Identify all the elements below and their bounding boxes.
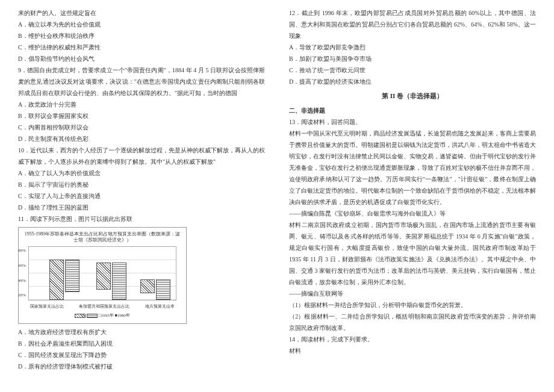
bar-1980-1 <box>65 260 79 292</box>
q13-m2b: ——摘编自互联网等 <box>289 288 536 299</box>
bar-1955-2 <box>96 263 111 290</box>
q12-c: C．推动了统一货币欧元问世 <box>289 64 536 76</box>
q-opt-a: A．确立以孝为先的社会价值观 <box>18 19 265 30</box>
q-opt-d: D．倡导勤俭节约的社会风气 <box>18 53 265 64</box>
q13-m2a: 材料二南京国民政府成立初期，国内货币市场极为混乱，在国内市场上流通的货币主要有银… <box>289 219 536 288</box>
q11-stem: 11．阅读下列示意图，图片可以据此出苏联 <box>18 213 265 225</box>
q-opt-c: C．维护法律的权威性和严肃性 <box>18 42 265 53</box>
bar-1980-3 <box>156 279 170 300</box>
q9-a: A．政党政治十分完善 <box>18 99 265 110</box>
chart-plot-area: 20% 40% 60% 80% <box>28 246 176 300</box>
q10-d: D．描绘了理性王国的蓝图 <box>18 202 265 213</box>
q10-a: A．确立了以人为本的价值观念 <box>18 167 265 179</box>
bar-1980-2 <box>112 263 126 300</box>
q9-stem: 9．德国自由党成立时，曾要求成立一个"帝国责任内阁"，1884 年 4 月 5 … <box>18 64 265 99</box>
q11-a: A．地方政府经济管理权有所扩大 <box>18 326 265 338</box>
q10-stem: 10．近代以来，西方的个人经历了一个逐级的解放过程，先是从神的权威下解放，再从人… <box>18 145 265 167</box>
chart-title: 1955-1980年苏联各种基本支出占比和占地方预算支出率图（数据来源：波士坦《… <box>22 231 182 244</box>
q9-c: C．内阁首相控制联邦议会 <box>18 122 265 133</box>
q14-mat: 材料 <box>289 345 536 356</box>
q12-a: A．导致了欧盟内部竞争激烈 <box>289 42 536 53</box>
chart-y-ticks: 20% 40% 60% 80% <box>18 247 26 300</box>
chart-x-labels: 国家预算支出占比 各加盟共和国预算支出占比 地方预算支出率 <box>22 303 182 311</box>
q9-d: D．民主制度有其传统色彩 <box>18 133 265 145</box>
q13-head: 13．阅读材料，回答问题。 <box>289 116 536 128</box>
q13-p1: （1）根据材料一并结合所学知识，分析明中期白银货币化的背景。 <box>289 299 536 311</box>
q12-stem: 12．截止到 1996 年末，欧盟内部贸易已占成员国对外贸易总额的 60%以上，… <box>289 7 536 42</box>
part2-heading: 二、非选择题 <box>289 105 536 116</box>
q-opt-b: B．维护社会秩序和统治秩序 <box>18 30 265 42</box>
q12-b: B．加剧了欧盟与美国争夺市场 <box>289 53 536 64</box>
q11-d: D．原有的经济管理体制模式被打破 <box>18 361 265 372</box>
q11-b: B．因社会矛盾滋生积聚而陷入困境 <box>18 338 265 349</box>
q10-c: C．实现了人与上帝的直接沟通 <box>18 190 265 202</box>
q13-p2: （2）根据材料一、二并结合所学知识，概括明朝和南京国民政府货币演变的差异，并评价… <box>289 311 536 334</box>
q10-b: B．揭示了宇宙运行的奥秘 <box>18 179 265 190</box>
q11-c: C．国民经济发展呈现出下降趋势 <box>18 349 265 361</box>
q-intro: 来的财产的人。这些规定旨在 <box>18 7 265 19</box>
q13-m1a: 材料一中国从宋代至元明时期，商品经济发展迅猛，长途贸易也随之发展起来，客商上需要… <box>289 128 536 208</box>
q12-d: D．提高了欧盟的经济实体地位 <box>289 76 536 87</box>
q14-head: 14．阅读材料，完成下列要求。 <box>289 334 536 345</box>
chart-legend: □1955年 ■1980年 <box>22 312 182 320</box>
bar-1955-1 <box>49 260 64 300</box>
section-2-title: 第 II 卷（非选择题） <box>289 90 536 102</box>
q13-m1b: ——摘编自陈昆《宝钞崩坏、白银需求与海外白银流入》等 <box>289 208 536 219</box>
chart-container: 1955-1980年苏联各种基本支出占比和占地方预算支出率图（数据来源：波士坦《… <box>18 227 187 324</box>
q9-b: B．联邦议会掌握国家实权 <box>18 110 265 122</box>
bar-1955-3 <box>140 279 155 293</box>
